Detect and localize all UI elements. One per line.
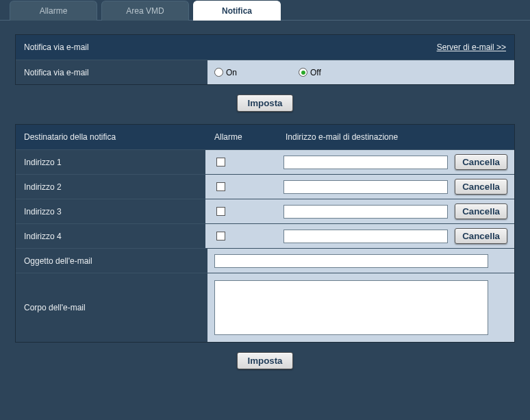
body-field <box>207 273 514 342</box>
subject-label: Oggetto dell'e-mail <box>16 249 207 273</box>
subject-input[interactable] <box>214 254 488 268</box>
recipient-header-right: Allarme Indirizzo e-mail di destinazione <box>207 125 514 149</box>
tab-bar: Allarme Area VMD Notifica <box>0 0 530 21</box>
addr-fields-1: Cancella <box>205 150 514 174</box>
tab-alarm-label: Allarme <box>40 6 68 16</box>
cancel-button-3[interactable]: Cancella <box>455 203 507 219</box>
alarm-checkbox-2[interactable] <box>216 182 225 191</box>
addr-label-2: Indirizzo 2 <box>16 175 205 199</box>
tab-notify[interactable]: Notifica <box>193 1 281 21</box>
content-area: Notifica via e-mail Server di e-mail >> … <box>0 21 530 395</box>
addr-input-2[interactable] <box>283 180 448 194</box>
addr-fields-3: Cancella <box>205 199 514 223</box>
set-button-1[interactable]: Imposta <box>237 95 292 112</box>
addr-input-1[interactable] <box>283 156 448 169</box>
tab-alarm[interactable]: Allarme <box>10 1 97 21</box>
cancel-button-4[interactable]: Cancella <box>455 228 507 244</box>
set-button-row-2: Imposta <box>15 352 515 369</box>
radio-on-label: On <box>226 68 237 77</box>
table-row: Indirizzo 2 Cancella <box>16 174 514 199</box>
col-alarm-header: Allarme <box>214 132 286 142</box>
col-addr-header: Indirizzo e-mail di destinazione <box>286 132 507 142</box>
alarm-checkbox-1[interactable] <box>216 158 225 166</box>
table-row: Indirizzo 3 Cancella <box>16 199 514 223</box>
table-row: Indirizzo 1 Cancella <box>16 149 514 174</box>
radio-on-icon <box>214 68 223 77</box>
body-label: Corpo dell'e-mail <box>16 273 207 342</box>
recipient-header-left: Destinatario della notifica <box>16 125 207 149</box>
radio-off[interactable]: Off <box>299 68 321 77</box>
tab-vmd[interactable]: Area VMD <box>101 1 189 21</box>
radio-on[interactable]: On <box>214 68 237 77</box>
email-notify-header: Notifica via e-mail Server di e-mail >> <box>16 35 514 60</box>
email-notify-row: Notifica via e-mail On Off <box>16 60 514 84</box>
body-textarea[interactable] <box>214 280 488 335</box>
body-row: Corpo dell'e-mail <box>16 273 514 342</box>
tab-notify-label: Notifica <box>222 6 252 16</box>
addr-input-4[interactable] <box>283 230 448 243</box>
cancel-button-2[interactable]: Cancella <box>455 179 507 195</box>
alarm-checkbox-4[interactable] <box>216 232 225 240</box>
email-server-link[interactable]: Server di e-mail >> <box>437 42 506 52</box>
email-notify-panel: Notifica via e-mail Server di e-mail >> … <box>15 34 515 85</box>
radio-off-label: Off <box>310 68 321 77</box>
addr-label-4: Indirizzo 4 <box>16 224 205 248</box>
addr-label-1: Indirizzo 1 <box>16 150 205 174</box>
email-notify-title: Notifica via e-mail <box>24 42 89 52</box>
cancel-button-1[interactable]: Cancella <box>455 154 507 170</box>
email-notify-options: On Off <box>207 60 514 84</box>
addr-label-3: Indirizzo 3 <box>16 199 205 223</box>
alarm-checkbox-3[interactable] <box>216 207 225 216</box>
email-notify-label: Notifica via e-mail <box>16 60 207 84</box>
set-button-2[interactable]: Imposta <box>237 352 292 369</box>
tab-vmd-label: Area VMD <box>126 6 164 16</box>
set-button-row-1: Imposta <box>15 95 515 112</box>
table-row: Indirizzo 4 Cancella <box>16 223 514 248</box>
recipient-panel: Destinatario della notifica Allarme Indi… <box>15 124 515 343</box>
addr-fields-2: Cancella <box>205 175 514 199</box>
addr-fields-4: Cancella <box>205 224 514 248</box>
recipient-header: Destinatario della notifica Allarme Indi… <box>16 125 514 149</box>
subject-row: Oggetto dell'e-mail <box>16 248 514 273</box>
radio-off-icon <box>299 68 307 77</box>
addr-input-3[interactable] <box>283 205 448 219</box>
subject-field <box>207 249 514 273</box>
